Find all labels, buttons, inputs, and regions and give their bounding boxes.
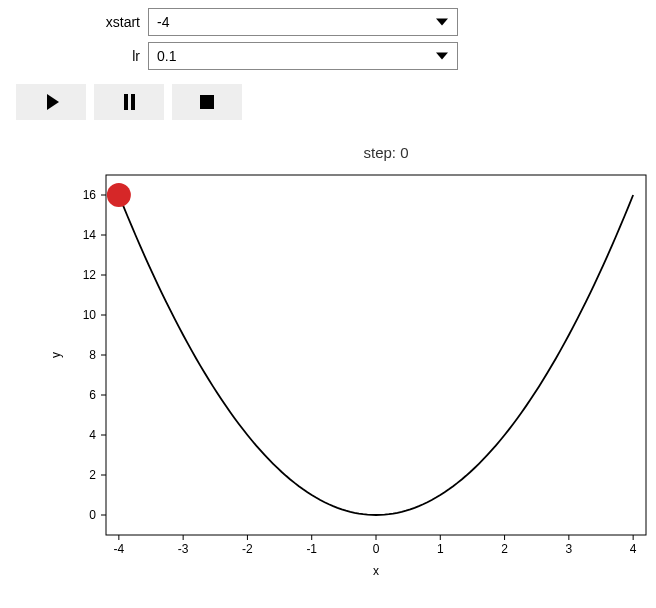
svg-text:x: x <box>373 564 379 578</box>
svg-text:2: 2 <box>501 542 508 556</box>
stop-icon <box>200 95 214 109</box>
svg-text:12: 12 <box>83 268 97 282</box>
svg-text:-1: -1 <box>306 542 317 556</box>
lr-label: lr <box>16 48 140 64</box>
svg-text:6: 6 <box>89 388 96 402</box>
svg-text:-3: -3 <box>178 542 189 556</box>
lr-select[interactable]: 0.1 <box>148 42 458 70</box>
svg-rect-0 <box>106 175 646 535</box>
svg-text:2: 2 <box>89 468 96 482</box>
xstart-label: xstart <box>16 14 140 30</box>
svg-text:0: 0 <box>89 508 96 522</box>
svg-text:0: 0 <box>373 542 380 556</box>
svg-text:4: 4 <box>630 542 637 556</box>
svg-text:4: 4 <box>89 428 96 442</box>
svg-text:-4: -4 <box>114 542 125 556</box>
pause-icon <box>124 94 135 110</box>
play-button[interactable] <box>16 84 86 120</box>
svg-point-40 <box>107 183 131 207</box>
play-icon <box>47 94 59 110</box>
chart-container: step: 0 -4-3-2-1012340246810121416xy <box>46 144 646 585</box>
pause-button[interactable] <box>94 84 164 120</box>
svg-text:16: 16 <box>83 188 97 202</box>
svg-text:14: 14 <box>83 228 97 242</box>
xstart-select[interactable]: -4 <box>148 8 458 36</box>
svg-text:8: 8 <box>89 348 96 362</box>
stop-button[interactable] <box>172 84 242 120</box>
svg-text:-2: -2 <box>242 542 253 556</box>
svg-text:1: 1 <box>437 542 444 556</box>
svg-text:3: 3 <box>566 542 573 556</box>
chart-title: step: 0 <box>106 144 656 161</box>
svg-text:10: 10 <box>83 308 97 322</box>
chart-svg: -4-3-2-1012340246810121416xy <box>46 165 656 585</box>
svg-text:y: y <box>49 352 63 358</box>
